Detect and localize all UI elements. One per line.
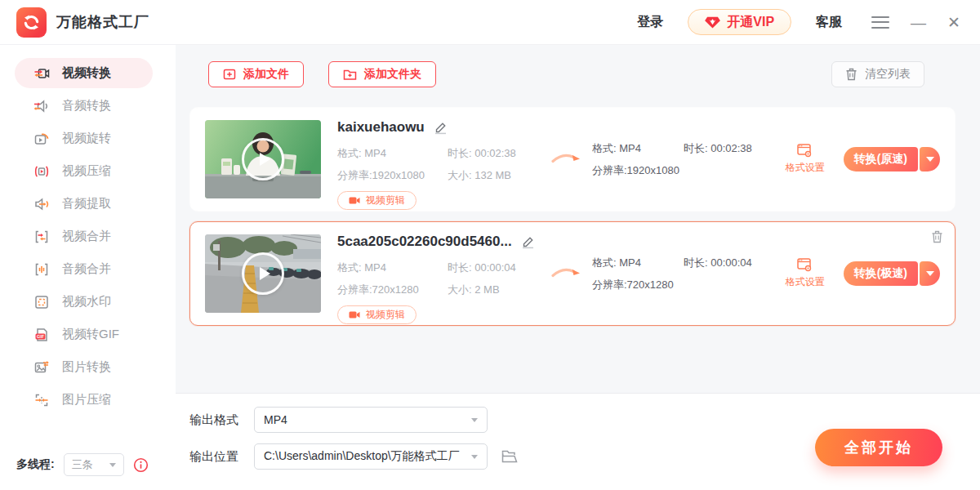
login-link[interactable]: 登录 bbox=[637, 14, 663, 31]
convert-button[interactable]: 转换(原速) bbox=[844, 147, 918, 172]
format-settings-icon bbox=[797, 144, 813, 158]
sidebar-item-video-rotate[interactable]: 视频旋转 bbox=[15, 123, 153, 154]
multithread-select[interactable]: 三条 bbox=[64, 453, 124, 476]
convert-dropdown-button[interactable] bbox=[920, 261, 940, 286]
minimize-icon[interactable]: — bbox=[911, 15, 926, 30]
chevron-down-icon bbox=[471, 455, 478, 459]
titlebar: 万能格式工厂 登录 开通VIP 客服 — ✕ bbox=[0, 0, 980, 45]
output-panel: 输出格式 MP4 输出位置 C:\Users\admin\Desktop\万能格… bbox=[176, 393, 980, 490]
open-vip-button[interactable]: 开通VIP bbox=[688, 9, 791, 35]
video-clip-button[interactable]: 视频剪辑 bbox=[337, 305, 416, 324]
src-duration: 时长: 00:02:38 bbox=[448, 146, 551, 161]
video-convert-icon bbox=[33, 65, 50, 82]
video-clip-button[interactable]: 视频剪辑 bbox=[337, 191, 416, 210]
sidebar-item-label: 视频水印 bbox=[62, 294, 111, 310]
app-logo-icon bbox=[16, 7, 47, 38]
audio-merge-icon bbox=[33, 261, 50, 278]
rename-icon[interactable] bbox=[521, 235, 535, 249]
output-location-label: 输出位置 bbox=[189, 449, 254, 465]
play-button[interactable] bbox=[205, 120, 321, 198]
convert-arrow-icon bbox=[551, 150, 581, 168]
video-watermark-icon bbox=[33, 294, 50, 310]
format-settings-button[interactable]: 格式设置 bbox=[780, 144, 831, 175]
output-format-label: 输出格式 bbox=[189, 412, 254, 428]
add-file-label: 添加文件 bbox=[243, 67, 289, 82]
clear-list-button[interactable]: 清空列表 bbox=[831, 61, 924, 87]
add-file-button[interactable]: 添加文件 bbox=[208, 61, 304, 87]
chevron-down-icon bbox=[926, 271, 934, 276]
delete-row-icon[interactable] bbox=[931, 230, 943, 243]
output-format-value: MP4 bbox=[264, 413, 287, 426]
camera-icon bbox=[349, 310, 360, 319]
audio-convert-icon bbox=[33, 98, 50, 114]
add-folder-button[interactable]: 添加文件夹 bbox=[328, 61, 436, 87]
file-row[interactable]: 5caa205c02260c90d5460... 格式: MP4 时长: 00:… bbox=[189, 221, 956, 326]
output-location-value: C:\Users\admin\Desktop\万能格式工厂 bbox=[264, 449, 460, 464]
rename-icon[interactable] bbox=[434, 121, 448, 135]
play-button[interactable] bbox=[205, 234, 321, 313]
sidebar-item-video-watermark[interactable]: 视频水印 bbox=[15, 287, 153, 317]
file-row[interactable]: kaixuehaowu 格式: MP4 时长: 00:02:38 分辨率:192… bbox=[189, 107, 956, 212]
sidebar-item-label: 图片转换 bbox=[62, 359, 111, 375]
gif-icon: GIF bbox=[33, 327, 50, 343]
sidebar-item-video-compress[interactable]: 视频压缩 bbox=[15, 156, 153, 186]
src-format: 格式: MP4 bbox=[337, 146, 448, 161]
sidebar-item-audio-extract[interactable]: 音频提取 bbox=[15, 189, 153, 219]
src-format: 格式: MP4 bbox=[337, 261, 448, 275]
sidebar: 视频转换 音频转换 视频旋转 视频压缩 音频提取 视频合并 音频合并 视频水印 … bbox=[0, 45, 176, 490]
sidebar-item-label: 音频合并 bbox=[62, 261, 111, 277]
sidebar-item-image-compress[interactable]: 图片压缩 bbox=[15, 385, 153, 415]
video-clip-label: 视频剪辑 bbox=[366, 194, 405, 207]
src-resolution: 分辨率:720x1280 bbox=[337, 283, 448, 297]
trash-icon bbox=[845, 68, 858, 81]
sidebar-item-image-convert[interactable]: 图片转换 bbox=[15, 352, 153, 382]
convert-button[interactable]: 转换(极速) bbox=[844, 261, 918, 286]
sidebar-item-audio-merge[interactable]: 音频合并 bbox=[15, 254, 153, 284]
image-compress-icon bbox=[33, 392, 50, 408]
video-rotate-icon bbox=[33, 131, 50, 147]
output-format-select[interactable]: MP4 bbox=[254, 407, 488, 433]
camera-icon bbox=[349, 196, 360, 205]
sidebar-item-label: 视频压缩 bbox=[62, 163, 111, 179]
clear-list-label: 清空列表 bbox=[865, 67, 911, 82]
info-icon[interactable] bbox=[133, 457, 149, 473]
close-icon[interactable]: ✕ bbox=[947, 15, 960, 30]
video-merge-icon bbox=[33, 229, 50, 245]
video-thumbnail bbox=[205, 234, 321, 313]
support-link[interactable]: 客服 bbox=[816, 14, 842, 31]
chevron-down-icon bbox=[109, 463, 116, 467]
image-convert-icon bbox=[33, 359, 50, 376]
sidebar-item-label: 视频合并 bbox=[62, 229, 111, 244]
format-settings-label: 格式设置 bbox=[786, 275, 825, 289]
sidebar-item-video-merge[interactable]: 视频合并 bbox=[15, 221, 153, 252]
menu-icon[interactable] bbox=[871, 16, 889, 29]
output-location-select[interactable]: C:\Users\admin\Desktop\万能格式工厂 bbox=[254, 443, 488, 470]
src-duration: 时长: 00:00:04 bbox=[448, 261, 551, 275]
dst-duration: 时长: 00:00:04 bbox=[684, 256, 778, 270]
app-title: 万能格式工厂 bbox=[56, 12, 149, 32]
multithread-label: 多线程: bbox=[16, 457, 55, 472]
multithread-value: 三条 bbox=[72, 457, 93, 472]
video-clip-label: 视频剪辑 bbox=[366, 308, 405, 322]
start-all-button[interactable]: 全部开始 bbox=[815, 429, 942, 466]
format-settings-button[interactable]: 格式设置 bbox=[780, 258, 831, 289]
open-folder-icon[interactable] bbox=[501, 450, 518, 463]
vip-gem-icon bbox=[705, 16, 720, 29]
dst-resolution: 分辨率:1920x1080 bbox=[592, 163, 684, 178]
add-folder-icon bbox=[343, 69, 357, 81]
file-name: 5caa205c02260c90d5460... bbox=[337, 234, 512, 250]
main-panel: 添加文件 添加文件夹 清空列表 kaixuehaowu 格式: MP4 时长: … bbox=[176, 45, 980, 490]
chevron-down-icon bbox=[926, 157, 934, 162]
add-folder-label: 添加文件夹 bbox=[364, 67, 421, 82]
sidebar-item-label: 视频转换 bbox=[62, 65, 111, 81]
format-settings-label: 格式设置 bbox=[786, 161, 825, 175]
convert-label: 转换(极速) bbox=[854, 266, 907, 281]
convert-arrow-icon bbox=[551, 265, 581, 283]
convert-label: 转换(原速) bbox=[854, 152, 907, 167]
sidebar-item-video-to-gif[interactable]: GIF 视频转GIF bbox=[15, 319, 153, 350]
convert-dropdown-button[interactable] bbox=[920, 147, 940, 172]
chevron-down-icon bbox=[471, 418, 478, 422]
sidebar-item-video-convert[interactable]: 视频转换 bbox=[15, 58, 153, 88]
sidebar-item-audio-convert[interactable]: 音频转换 bbox=[15, 91, 153, 121]
sidebar-item-label: 视频转GIF bbox=[62, 327, 119, 342]
